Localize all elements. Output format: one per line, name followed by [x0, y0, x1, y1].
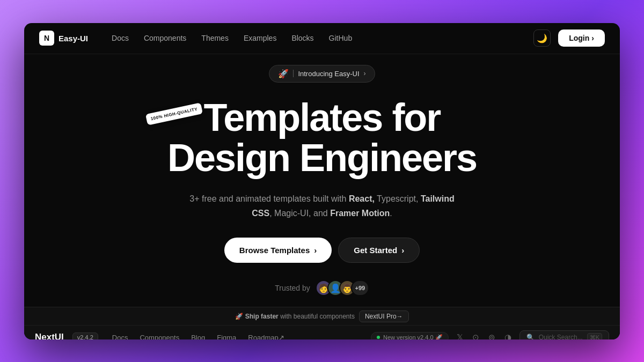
search-box[interactable]: 🔍 Quick Search... ⌘K [519, 330, 609, 339]
social-icons: 𝕏 ⊙ ⊚ ◑ [454, 333, 514, 339]
announcement-arrow: › [364, 70, 366, 77]
new-version-text: New version v2.4.0 🚀 [383, 334, 443, 339]
cta-group: Browse Templates › Get Started › [224, 238, 420, 263]
nav-link-github[interactable]: GitHub [323, 31, 359, 46]
nextui-right: New version v2.4.0 🚀 𝕏 ⊙ ⊚ ◑ 🔍 Quick Sea… [371, 330, 609, 339]
nextui-blog-link[interactable]: Blog [186, 331, 210, 339]
promo-text: 🚀 Ship faster with beautiful components [235, 313, 354, 320]
nextui-docs-link[interactable]: Docs [107, 331, 134, 339]
app-window: N Easy-UI Docs Components Themes Example… [24, 23, 620, 339]
nextui-components-link[interactable]: Components [134, 331, 185, 339]
nav-link-themes[interactable]: Themes [195, 31, 235, 46]
search-icon: 🔍 [526, 334, 535, 339]
nextui-promo-strip: 🚀 Ship faster with beautiful components … [24, 307, 620, 326]
hero-description: 3+ free and animated templates built wit… [182, 191, 462, 220]
hero-heading: 100% HIGH-QUALITY Templates for Design E… [167, 98, 477, 179]
announcement-pill[interactable]: 🚀 Introducing Easy-UI › [269, 65, 375, 83]
discord-icon[interactable]: ⊙ [470, 333, 482, 339]
logo-icon: N [39, 31, 54, 46]
hero-title: Templates for Design Engineers [167, 98, 477, 179]
new-version-badge: New version v2.4.0 🚀 [371, 332, 449, 339]
nextui-nav: NextUI v2.4.2 Docs Components Blog Figma… [24, 326, 620, 339]
nextui-pro-link[interactable]: NextUI Pro→ [359, 311, 409, 322]
navbar: N Easy-UI Docs Components Themes Example… [24, 23, 620, 54]
announcement-emoji: 🚀 [278, 69, 289, 79]
logo-area[interactable]: N Easy-UI [39, 31, 88, 46]
extra-icon[interactable]: ◑ [502, 333, 514, 339]
nav-link-components[interactable]: Components [137, 31, 193, 46]
avatars: 🧑 👤 👨 +99 [316, 280, 369, 296]
announcement-text: Introducing Easy-UI [298, 70, 359, 78]
nav-link-docs[interactable]: Docs [105, 31, 135, 46]
theme-toggle-button[interactable]: 🌙 [533, 29, 551, 47]
nav-right: 🌙 Login › [533, 29, 605, 47]
nextui-links: Docs Components Blog Figma Roadmap↗ [107, 331, 290, 339]
nav-links: Docs Components Themes Examples Blocks G… [105, 31, 533, 46]
main-content: 🚀 Introducing Easy-UI › 100% HIGH-QUALIT… [24, 54, 620, 307]
search-placeholder: Quick Search... [539, 334, 583, 339]
moon-icon: 🌙 [537, 33, 547, 43]
new-dot [377, 336, 380, 339]
avatar-count: +99 [351, 280, 369, 296]
nextui-roadmap-link[interactable]: Roadmap↗ [243, 331, 289, 339]
nav-link-blocks[interactable]: Blocks [285, 31, 320, 46]
pill-divider [293, 70, 294, 77]
version-badge[interactable]: v2.4.2 [72, 333, 98, 339]
search-kbd: ⌘K [587, 333, 602, 339]
trusted-label: Trusted by [275, 284, 310, 292]
nextui-figma-link[interactable]: Figma [211, 331, 241, 339]
bottom-bar: 🚀 Ship faster with beautiful components … [24, 307, 620, 339]
get-started-button[interactable]: Get Started › [338, 238, 420, 263]
nav-link-examples[interactable]: Examples [237, 31, 283, 46]
trusted-area: Trusted by 🧑 👤 👨 +99 [275, 280, 369, 296]
github-icon[interactable]: ⊚ [486, 333, 498, 339]
browse-templates-button[interactable]: Browse Templates › [224, 238, 332, 263]
login-button[interactable]: Login › [558, 29, 605, 47]
logo-text: Easy-UI [58, 34, 88, 43]
nextui-logo: NextUI [35, 332, 64, 339]
twitter-icon[interactable]: 𝕏 [454, 333, 466, 339]
